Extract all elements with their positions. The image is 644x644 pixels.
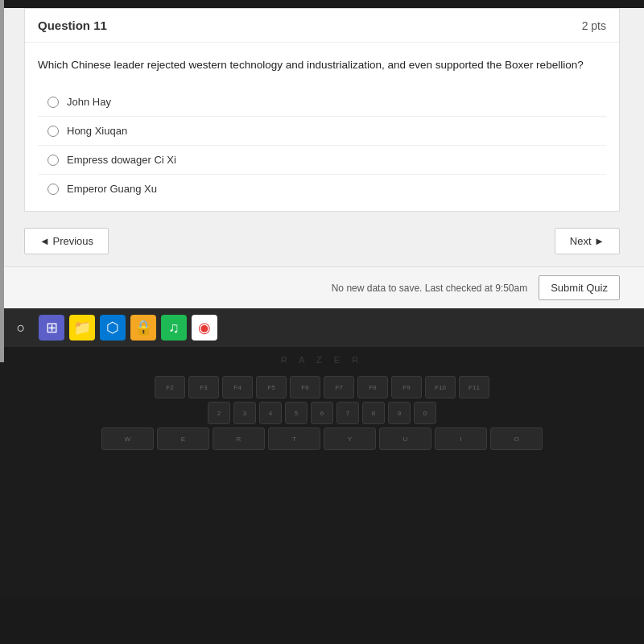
key-t[interactable]: T bbox=[268, 427, 320, 450]
keyboard-row-2: 2 3 4 5 6 7 8 9 0 bbox=[16, 402, 628, 424]
key-f9[interactable]: F9 bbox=[391, 376, 422, 398]
teams-taskbar-icon[interactable]: ⊞ bbox=[39, 315, 64, 341]
taskbar: ○⊞📁⬡🔒♫◉ bbox=[0, 308, 644, 347]
key-0[interactable]: 0 bbox=[414, 402, 436, 424]
key-e[interactable]: E bbox=[157, 427, 209, 450]
key-3[interactable]: 3 bbox=[233, 402, 256, 424]
answer-option-2[interactable]: Hong Xiuqan bbox=[38, 116, 606, 145]
key-f2[interactable]: F2 bbox=[155, 376, 185, 398]
navigation-row: ◄ Previous Next ► bbox=[0, 220, 644, 262]
question-header: Question 11 2 pts bbox=[25, 9, 619, 43]
keyboard-area: F2 F3 F4 F5 F6 F7 F8 F9 F10 F11 2 3 4 5 … bbox=[16, 376, 628, 453]
laptop-body: R A Z E R F2 F3 F4 F5 F6 F7 F8 F9 F10 F1… bbox=[0, 347, 644, 597]
radio-circle-4 bbox=[47, 184, 59, 195]
answer-label-4: Emperor Guang Xu bbox=[67, 183, 157, 195]
submit-status: No new data to save. Last checked at 9:5… bbox=[332, 283, 527, 294]
question-text: Which Chinese leader rejected western te… bbox=[38, 57, 606, 73]
previous-button[interactable]: ◄ Previous bbox=[24, 228, 109, 254]
question-points: 2 pts bbox=[582, 19, 606, 32]
key-2[interactable]: 2 bbox=[208, 402, 230, 424]
key-r[interactable]: R bbox=[213, 427, 265, 450]
key-9[interactable]: 9 bbox=[388, 402, 411, 424]
key-6[interactable]: 6 bbox=[311, 402, 333, 424]
key-u[interactable]: U bbox=[379, 427, 431, 450]
answer-option-1[interactable]: John Hay bbox=[38, 88, 606, 116]
answer-label-3: Empress dowager Ci Xi bbox=[67, 154, 176, 166]
key-i[interactable]: I bbox=[435, 427, 487, 450]
key-w[interactable]: W bbox=[101, 427, 154, 450]
lock-app-taskbar-icon[interactable]: 🔒 bbox=[130, 315, 156, 341]
next-button[interactable]: Next ► bbox=[555, 228, 620, 254]
keyboard-row-3: W E R T Y U I O bbox=[16, 427, 628, 450]
answer-options-list: John HayHong XiuqanEmpress dowager Ci Xi… bbox=[38, 88, 606, 203]
key-f10[interactable]: F10 bbox=[425, 376, 456, 398]
key-f5[interactable]: F5 bbox=[256, 376, 287, 398]
spotify-taskbar-icon[interactable]: ♫ bbox=[161, 315, 187, 341]
key-f11[interactable]: F11 bbox=[459, 376, 489, 398]
answer-label-1: John Hay bbox=[67, 96, 111, 108]
radio-circle-3 bbox=[47, 155, 59, 166]
razer-logo: R A Z E R bbox=[281, 355, 363, 365]
answer-option-3[interactable]: Empress dowager Ci Xi bbox=[38, 145, 606, 174]
chrome-taskbar-icon[interactable]: ◉ bbox=[192, 315, 217, 341]
key-f8[interactable]: F8 bbox=[357, 376, 388, 398]
key-f3[interactable]: F3 bbox=[188, 376, 219, 398]
key-8[interactable]: 8 bbox=[362, 402, 385, 424]
windows-search-taskbar-icon[interactable]: ○ bbox=[8, 315, 34, 341]
question-body: Which Chinese leader rejected western te… bbox=[25, 43, 619, 211]
key-5[interactable]: 5 bbox=[285, 402, 308, 424]
key-y[interactable]: Y bbox=[324, 427, 376, 450]
keyboard-row-1: F2 F3 F4 F5 F6 F7 F8 F9 F10 F11 bbox=[16, 376, 628, 398]
key-4[interactable]: 4 bbox=[259, 402, 282, 424]
answer-label-2: Hong Xiuqan bbox=[67, 125, 127, 137]
file-explorer-taskbar-icon[interactable]: 📁 bbox=[69, 315, 95, 341]
key-f6[interactable]: F6 bbox=[290, 376, 320, 398]
submit-bar: No new data to save. Last checked at 9:5… bbox=[0, 266, 644, 308]
radio-circle-2 bbox=[47, 126, 59, 137]
answer-option-4[interactable]: Emperor Guang Xu bbox=[38, 174, 606, 203]
submit-quiz-button[interactable]: Submit Quiz bbox=[539, 275, 620, 300]
question-title: Question 11 bbox=[38, 19, 107, 32]
key-o[interactable]: O bbox=[490, 427, 543, 450]
radio-circle-1 bbox=[47, 97, 59, 108]
quiz-container: Question 11 2 pts Which Chinese leader r… bbox=[0, 8, 644, 308]
key-f7[interactable]: F7 bbox=[324, 376, 354, 398]
key-f4[interactable]: F4 bbox=[222, 376, 253, 398]
key-7[interactable]: 7 bbox=[336, 402, 359, 424]
question-card: Question 11 2 pts Which Chinese leader r… bbox=[24, 8, 620, 212]
edge-taskbar-icon[interactable]: ⬡ bbox=[100, 315, 126, 341]
